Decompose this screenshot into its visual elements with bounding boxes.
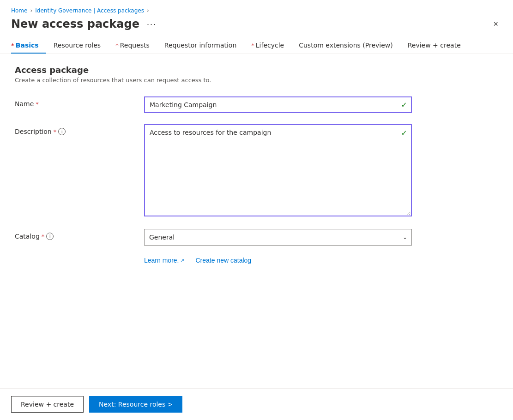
catalog-field-wrapper: General Default Catalog Custom Catalog ⌄ — [144, 229, 412, 246]
description-required-star: * — [54, 128, 57, 135]
close-button[interactable]: × — [489, 18, 502, 30]
catalog-label: Catalog * i — [15, 229, 144, 240]
catalog-info-icon[interactable]: i — [46, 233, 54, 240]
create-new-catalog-link[interactable]: Create new catalog — [195, 257, 251, 264]
next-resource-roles-button[interactable]: Next: Resource roles > — [89, 396, 182, 413]
breadcrumb-home[interactable]: Home — [11, 7, 27, 14]
tab-requests[interactable]: * Requests — [108, 38, 157, 54]
description-field-wrapper: Access to resources for the campaign ✓ — [144, 124, 412, 218]
tab-review-create-label: Review + create — [408, 42, 461, 49]
breadcrumb-chevron-1: › — [30, 7, 32, 14]
name-input[interactable] — [144, 96, 412, 113]
catalog-select[interactable]: General Default Catalog Custom Catalog — [144, 229, 412, 246]
page-title: New access package — [11, 18, 139, 30]
tab-resource-roles[interactable]: Resource roles — [46, 38, 108, 54]
tab-resource-roles-label: Resource roles — [54, 42, 101, 49]
breadcrumb-identity-governance[interactable]: Identity Governance | Access packages — [35, 7, 144, 14]
tab-requests-label: Requests — [120, 42, 150, 49]
tab-requestor-info[interactable]: Requestor information — [157, 38, 244, 54]
tab-lifecycle[interactable]: * Lifecycle — [244, 38, 291, 54]
panel-header: Home › Identity Governance | Access pack… — [0, 0, 513, 54]
tab-requestor-info-label: Requestor information — [164, 42, 236, 49]
links-row: Learn more. ↗ Create new catalog — [144, 257, 498, 264]
name-label: Name * — [15, 96, 144, 108]
tab-lifecycle-required-star: * — [251, 42, 254, 49]
description-info-icon[interactable]: i — [58, 128, 66, 135]
description-form-row: Description * i Access to resources for … — [15, 124, 430, 218]
description-textarea-wrapper: Access to resources for the campaign ✓ — [144, 124, 412, 218]
section-title: Access package — [15, 65, 498, 75]
new-access-package-panel: Home › Identity Governance | Access pack… — [0, 0, 513, 420]
section-description: Create a collection of resources that us… — [15, 77, 498, 84]
tab-review-create[interactable]: Review + create — [400, 38, 468, 54]
name-input-wrapper: ✓ — [144, 96, 412, 113]
create-catalog-text: Create new catalog — [195, 257, 251, 264]
panel-footer: Review + create Next: Resource roles > — [0, 388, 513, 420]
name-required-star: * — [36, 101, 39, 108]
name-form-row: Name * ✓ — [15, 96, 430, 113]
catalog-select-wrapper: General Default Catalog Custom Catalog ⌄ — [144, 229, 412, 246]
breadcrumb: Home › Identity Governance | Access pack… — [11, 7, 502, 14]
tab-custom-extensions[interactable]: Custom extensions (Preview) — [291, 38, 400, 54]
name-checkmark-icon: ✓ — [401, 101, 407, 109]
review-create-button[interactable]: Review + create — [11, 396, 84, 413]
external-link-icon: ↗ — [180, 258, 184, 264]
name-field-wrapper: ✓ — [144, 96, 412, 113]
catalog-label-text: Catalog — [15, 233, 40, 240]
name-label-text: Name — [15, 100, 34, 108]
panel-body: Access package Create a collection of re… — [0, 54, 513, 388]
tab-basics-required-star: * — [11, 42, 14, 49]
ellipsis-button[interactable]: ··· — [144, 18, 159, 30]
description-label: Description * i — [15, 124, 144, 135]
learn-more-link[interactable]: Learn more. ↗ — [144, 257, 184, 264]
tab-basics-label: Basics — [16, 42, 39, 49]
tab-lifecycle-label: Lifecycle — [256, 42, 284, 49]
breadcrumb-chevron-2: › — [147, 7, 149, 14]
page-title-row: New access package ··· × — [11, 18, 502, 30]
description-label-text: Description — [15, 128, 52, 135]
tab-basics[interactable]: * Basics — [11, 38, 46, 54]
catalog-required-star: * — [42, 233, 45, 240]
tab-requests-required-star: * — [115, 42, 119, 49]
tabs-nav: * Basics Resource roles * Requests Reque… — [11, 38, 502, 54]
page-title-left: New access package ··· — [11, 18, 159, 30]
description-textarea[interactable]: Access to resources for the campaign — [144, 124, 412, 216]
description-checkmark-icon: ✓ — [401, 129, 407, 138]
tab-custom-extensions-label: Custom extensions (Preview) — [299, 42, 393, 49]
catalog-form-row: Catalog * i General Default Catalog Cust… — [15, 229, 430, 246]
learn-more-text: Learn more. — [144, 257, 179, 264]
